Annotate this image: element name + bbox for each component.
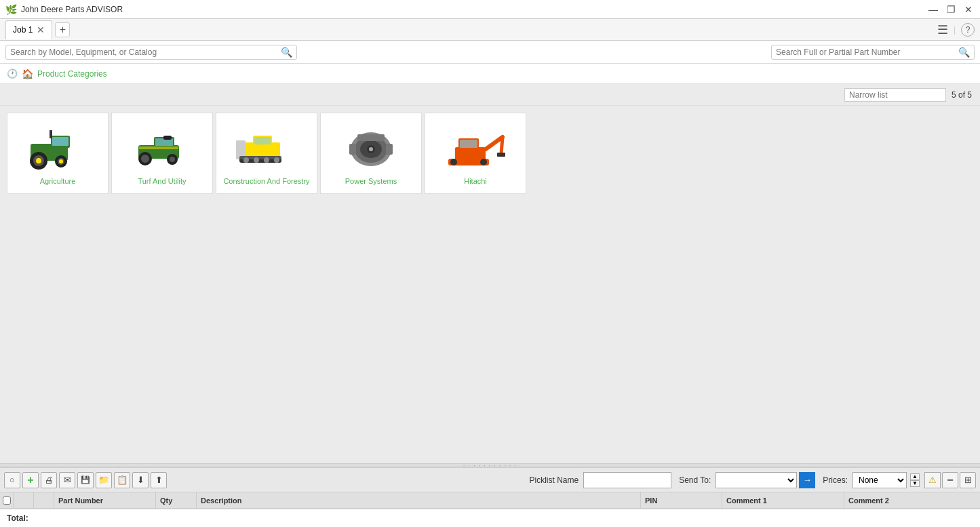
svg-point-15 (141, 155, 149, 163)
sendto-select[interactable] (716, 472, 797, 488)
tab-label: Job 1 (13, 25, 33, 35)
svg-rect-21 (254, 137, 271, 144)
history-icon[interactable]: 🕐 (7, 69, 18, 79)
category-grid: Agriculture (0, 106, 980, 463)
svg-point-8 (36, 158, 41, 163)
category-card-power-systems[interactable]: Power Systems (320, 113, 422, 194)
svg-point-9 (59, 159, 63, 163)
toolbar-copy-btn[interactable]: 📋 (114, 472, 130, 488)
restore-button[interactable]: ❐ (945, 3, 957, 16)
toolbar-save-btn[interactable]: 💾 (77, 472, 94, 488)
category-label-hitachi: Hitachi (464, 177, 487, 185)
prices-label: Prices: (823, 475, 848, 485)
category-image-agriculture (24, 122, 92, 173)
tab-job1[interactable]: Job 1 ✕ (5, 20, 52, 39)
svg-point-36 (369, 147, 373, 151)
filter-bar: 5 of 5 (0, 84, 980, 106)
select-all-checkbox[interactable] (3, 496, 11, 505)
category-card-construction-forestry[interactable]: Construction And Forestry (216, 113, 317, 194)
svg-rect-40 (460, 140, 477, 148)
warning-button[interactable]: ⚠ (924, 472, 941, 488)
part-search-input[interactable] (776, 47, 958, 57)
category-image-hitachi (442, 122, 509, 173)
title-bar-controls: — ❐ ✕ (927, 3, 975, 16)
bottom-toolbar: ○ + 🖨 ✉ 💾 📁 📋 ⬇ ⬆ Picklist Name Send To:… (0, 467, 980, 492)
count-label: 5 of 5 (952, 90, 972, 100)
svg-line-42 (501, 137, 503, 154)
svg-rect-7 (50, 130, 52, 138)
svg-rect-43 (497, 153, 505, 157)
svg-rect-13 (163, 136, 172, 140)
home-icon[interactable]: 🏠 (22, 69, 33, 79)
th-qty: Qty (156, 492, 197, 508)
category-label-agriculture: Agriculture (40, 177, 76, 185)
tab-close-button[interactable]: ✕ (37, 24, 45, 35)
svg-rect-18 (139, 147, 178, 149)
table-header: Part Number Qty Description PIN Comment … (0, 492, 980, 509)
toolbar-circle-btn[interactable]: ○ (4, 472, 20, 488)
svg-rect-34 (357, 134, 385, 141)
th-col2 (34, 492, 54, 508)
breadcrumb-bar: 🕐 🏠 Product Categories (0, 64, 980, 84)
category-image-turf-utility (128, 122, 196, 173)
end-buttons: ⚠ − ⊞ (924, 472, 976, 488)
send-button[interactable]: → (799, 472, 815, 488)
svg-point-17 (170, 157, 175, 162)
model-search-input[interactable] (10, 47, 281, 57)
prices-select[interactable]: None (852, 472, 907, 488)
th-comment1: Comment 1 (722, 492, 844, 508)
picklist-input[interactable] (583, 472, 671, 488)
toolbar-email-btn[interactable]: ✉ (59, 472, 75, 488)
prices-down-button[interactable]: ▼ (910, 480, 920, 487)
category-card-turf-utility[interactable]: Turf And Utility (111, 113, 213, 194)
title-bar-left: 🌿 John Deere Parts ADVISOR (5, 4, 123, 15)
app-icon: 🌿 (5, 4, 17, 15)
help-icon[interactable]: ? (961, 23, 975, 37)
category-card-hitachi[interactable]: Hitachi (425, 113, 526, 194)
svg-point-44 (450, 159, 457, 165)
category-label-turf-utility: Turf And Utility (138, 177, 186, 185)
total-row: Total: (0, 509, 980, 527)
toolbar-folder-btn[interactable]: 📁 (96, 472, 112, 488)
part-search-container: 🔍 (771, 45, 975, 60)
picklist-label: Picklist Name (529, 475, 579, 485)
toolbar-download-btn[interactable]: ⬇ (132, 472, 149, 488)
separator: | (954, 25, 956, 35)
grid-button[interactable]: ⊞ (960, 472, 976, 488)
title-bar: 🌿 John Deere Parts ADVISOR — ❐ ✕ (0, 0, 980, 19)
toolbar-print-btn[interactable]: 🖨 (41, 472, 57, 488)
part-search-icon[interactable]: 🔍 (958, 47, 970, 58)
total-label: Total: (7, 513, 28, 523)
model-search-icon[interactable]: 🔍 (281, 47, 292, 58)
th-pin: PIN (641, 492, 722, 508)
svg-point-27 (264, 157, 269, 163)
svg-point-45 (480, 159, 487, 165)
table-area: Part Number Qty Description PIN Comment … (0, 492, 980, 509)
close-button[interactable]: ✕ (962, 3, 975, 16)
tab-bar: Job 1 ✕ + ☰ | ? (0, 19, 980, 41)
prices-up-button[interactable]: ▲ (910, 473, 920, 480)
svg-point-28 (274, 157, 279, 163)
minus-button[interactable]: − (942, 472, 958, 488)
category-image-power-systems (337, 122, 405, 173)
breadcrumb-text[interactable]: Product Categories (37, 69, 107, 79)
minimize-button[interactable]: — (927, 3, 939, 16)
svg-point-25 (243, 157, 249, 163)
category-card-agriculture[interactable]: Agriculture (7, 113, 109, 194)
tab-add-button[interactable]: + (55, 22, 70, 37)
menu-icon[interactable]: ☰ (937, 22, 948, 37)
model-search-container: 🔍 (5, 45, 297, 60)
toolbar-add-btn[interactable]: + (22, 472, 39, 488)
th-comment2: Comment 2 (844, 492, 980, 508)
th-checkbox (0, 492, 14, 508)
sendto-label: Send To: (679, 475, 711, 485)
narrow-list-input[interactable] (844, 88, 946, 102)
category-label-power-systems: Power Systems (345, 177, 397, 185)
toolbar-upload-btn[interactable]: ⬆ (151, 472, 167, 488)
svg-rect-2 (52, 137, 68, 146)
th-col1 (14, 492, 34, 508)
prices-controls: ▲ ▼ (910, 473, 920, 487)
svg-rect-32 (349, 144, 356, 155)
svg-line-41 (486, 137, 503, 149)
app-title: John Deere Parts ADVISOR (21, 5, 123, 14)
